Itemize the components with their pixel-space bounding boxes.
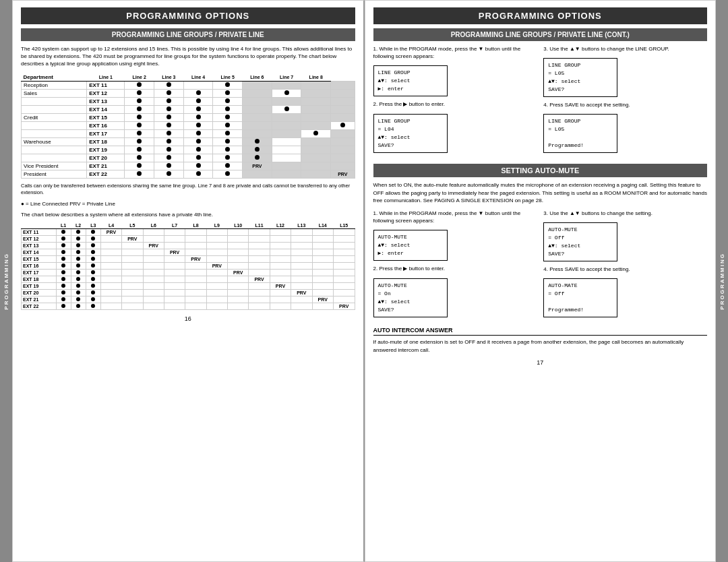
am-steps-left: 1. While in the PROGRAM mode, press the … bbox=[373, 210, 537, 321]
am-screen4: AUTO-MATE = Off Programmed! bbox=[543, 278, 617, 317]
screen4: LINE GROUP = L05 Programmed! bbox=[543, 114, 617, 153]
screen2: LINE GROUP = L04 ▲▼: select SAVE? bbox=[373, 114, 448, 153]
auto-mute-steps: 1. While in the PROGRAM mode, press the … bbox=[373, 210, 708, 321]
am-screen2: AUTO-MUTE = On ▲▼: select SAVE? bbox=[373, 278, 448, 317]
right-sub-title: PROGRAMMING LINE GROUPS / PRIVATE LINE (… bbox=[373, 28, 708, 41]
am-screen1: AUTO-MUTE ▲▼: select ▶: enter bbox=[373, 230, 448, 261]
am-step4-text: 4. Press SAVE to accept the setting. bbox=[543, 266, 707, 273]
auto-intercom-text: If auto-mute of one extension is set to … bbox=[373, 338, 708, 353]
am-screen3: AUTO-MUTE = Off ▲▼: select SAVE? bbox=[543, 222, 617, 261]
right-main-title: PROGRAMMING OPTIONS bbox=[373, 7, 708, 24]
am-step1-text: 1. While in the PROGRAM mode, press the … bbox=[373, 210, 537, 224]
auto-mute-intro: When set to ON, the auto-mute feature au… bbox=[373, 181, 708, 204]
am-step2-text: 2. Press the ▶ button to enter. bbox=[373, 265, 537, 272]
col-dept: Department bbox=[22, 73, 87, 82]
am-step3-text: 3. Use the ▲▼ buttons to change the sett… bbox=[543, 210, 707, 217]
left-page: PROGRAMMING OPTIONS PROGRAMMING LINE GRO… bbox=[12, 0, 365, 562]
line-group-steps: 1. While in the PROGRAM mode, press the … bbox=[373, 45, 708, 157]
steps-right-col: 3. Use the ▲▼ buttons to change the LINE… bbox=[543, 45, 707, 157]
right-page-num: 17 bbox=[373, 359, 708, 366]
step2-text: 2. Press the ▶ button to enter. bbox=[373, 100, 537, 108]
auto-intercom-title: AUTO INTERCOM ANSWER bbox=[373, 327, 708, 336]
left-side-tab: PROGRAMMING bbox=[0, 0, 12, 562]
note1: Calls can only be transferred between ex… bbox=[21, 183, 355, 197]
step4-text: 4. Press SAVE to accept the setting. bbox=[543, 101, 707, 108]
screen1: LINE GROUP ▲▼: select ▶: enter bbox=[373, 65, 448, 96]
left-sub-title: PROGRAMMING LINE GROUPS / PRIVATE LINE bbox=[21, 28, 355, 41]
steps-left-col: 1. While in the PROGRAM mode, press the … bbox=[373, 45, 537, 157]
step1-text: 1. While in the PROGRAM mode, press the … bbox=[373, 45, 537, 60]
right-side-tab: PROGRAMMING bbox=[716, 0, 728, 562]
step3-text: 3. Use the ▲▼ buttons to change the LINE… bbox=[543, 45, 707, 53]
am-steps-right: 3. Use the ▲▼ buttons to change the sett… bbox=[543, 210, 707, 321]
legend: ● = Line Connected PRV = Private Line bbox=[21, 201, 355, 207]
right-page: PROGRAMMING OPTIONS PROGRAMMING LINE GRO… bbox=[365, 0, 717, 562]
left-main-title: PROGRAMMING OPTIONS bbox=[21, 7, 355, 24]
line-groups-table: Department Line 1 Line 2 Line 3 Line 4 L… bbox=[21, 73, 355, 179]
left-page-num: 16 bbox=[21, 315, 355, 322]
left-intro: The 420 system can support up to 12 exte… bbox=[21, 45, 355, 68]
auto-mute-title: SETTING AUTO-MUTE bbox=[373, 164, 708, 177]
screen3: LINE GROUP = L05 ▲▼: select SAVE? bbox=[543, 58, 617, 97]
chart-note: The chart below describes a system where… bbox=[21, 211, 355, 218]
private-line-table: L1L2L3L4L5L6L7L8L9L10L11L12L13L14L15 EXT… bbox=[21, 222, 355, 310]
